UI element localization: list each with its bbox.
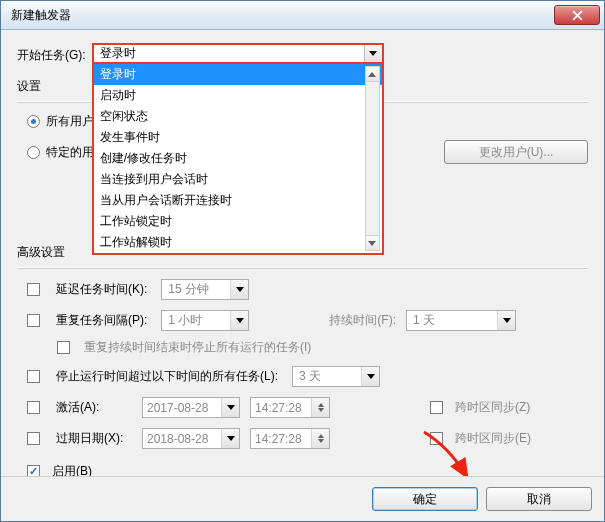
delay-task-dropdown[interactable]: 15 分钟 (161, 279, 249, 300)
chevron-down-icon (497, 311, 515, 330)
duration-dropdown[interactable]: 1 天 (406, 310, 516, 331)
repeat-label: 重复任务间隔(P): (56, 312, 147, 329)
chevron-down-icon (361, 367, 379, 386)
cancel-button[interactable]: 取消 (486, 487, 592, 511)
chevron-down-icon (230, 311, 248, 330)
start-task-label: 开始任务(G): (17, 43, 86, 64)
check-activate[interactable] (27, 401, 40, 414)
chevron-down-icon (221, 429, 239, 448)
expire-date[interactable]: 2018-08-28 (142, 428, 240, 449)
dropdown-option[interactable]: 空闲状态 (94, 106, 382, 127)
dropdown-option[interactable]: 发生事件时 (94, 127, 382, 148)
check-delay-task[interactable] (27, 283, 40, 296)
time-spinner[interactable] (311, 398, 329, 417)
repeat-interval-dropdown[interactable]: 1 小时 (161, 310, 249, 331)
scroll-up-icon[interactable] (366, 67, 379, 82)
all-users-label: 所有用户 (46, 113, 94, 130)
start-task-selected: 登录时 (100, 45, 136, 62)
close-icon (572, 10, 583, 21)
dropdown-option[interactable]: 当连接到用户会话时 (94, 169, 382, 190)
dropdown-option[interactable]: 当从用户会话断开连接时 (94, 190, 382, 211)
start-task-dropdown[interactable]: 登录时 (92, 43, 384, 64)
check-tz-sync-activate[interactable] (430, 401, 443, 414)
dropdown-option[interactable]: 启动时 (94, 85, 382, 106)
window-title: 新建触发器 (11, 7, 554, 24)
check-expire[interactable] (27, 432, 40, 445)
chevron-down-icon (364, 45, 382, 62)
radio-all-users[interactable] (27, 115, 40, 128)
expire-time[interactable]: 14:27:28 (250, 428, 330, 449)
ok-button[interactable]: 确定 (372, 487, 478, 511)
tz-sync-expire-label: 跨时区同步(E) (455, 430, 531, 447)
dialog-footer: 确定 取消 (1, 476, 604, 521)
dropdown-scrollbar[interactable] (365, 66, 380, 251)
dropdown-option[interactable]: 工作站解锁时 (94, 232, 382, 253)
tz-sync-activate-label: 跨时区同步(Z) (455, 399, 530, 416)
check-stop-after[interactable] (27, 370, 40, 383)
dropdown-option[interactable]: 创建/修改任务时 (94, 148, 382, 169)
duration-label: 持续时间(F): (329, 312, 396, 329)
close-button[interactable] (554, 5, 600, 25)
dropdown-option[interactable]: 登录时 (94, 64, 382, 85)
activate-time[interactable]: 14:27:28 (250, 397, 330, 418)
dropdown-option[interactable]: 工作站锁定时 (94, 211, 382, 232)
stop-after-label: 停止运行时间超过以下时间的所有任务(L): (56, 368, 278, 385)
expire-label: 过期日期(X): (56, 430, 132, 447)
stop-after-dropdown[interactable]: 3 天 (292, 366, 380, 387)
stop-at-end-label: 重复持续时间结束时停止所有运行的任务(I) (84, 339, 311, 356)
check-tz-sync-expire[interactable] (430, 432, 443, 445)
change-user-button[interactable]: 更改用户(U)... (444, 140, 588, 164)
time-spinner[interactable] (311, 429, 329, 448)
activate-label: 激活(A): (56, 399, 132, 416)
check-repeat[interactable] (27, 314, 40, 327)
titlebar: 新建触发器 (1, 1, 604, 30)
activate-date[interactable]: 2017-08-28 (142, 397, 240, 418)
chevron-down-icon (230, 280, 248, 299)
start-task-dropdown-list[interactable]: 登录时 启动时 空闲状态 发生事件时 创建/修改任务时 当连接到用户会话时 当从… (92, 64, 384, 255)
chevron-down-icon (221, 398, 239, 417)
scroll-down-icon[interactable] (366, 235, 379, 250)
radio-specific-user[interactable] (27, 146, 40, 159)
delay-task-label: 延迟任务时间(K): (56, 281, 147, 298)
check-stop-at-end[interactable] (57, 341, 70, 354)
